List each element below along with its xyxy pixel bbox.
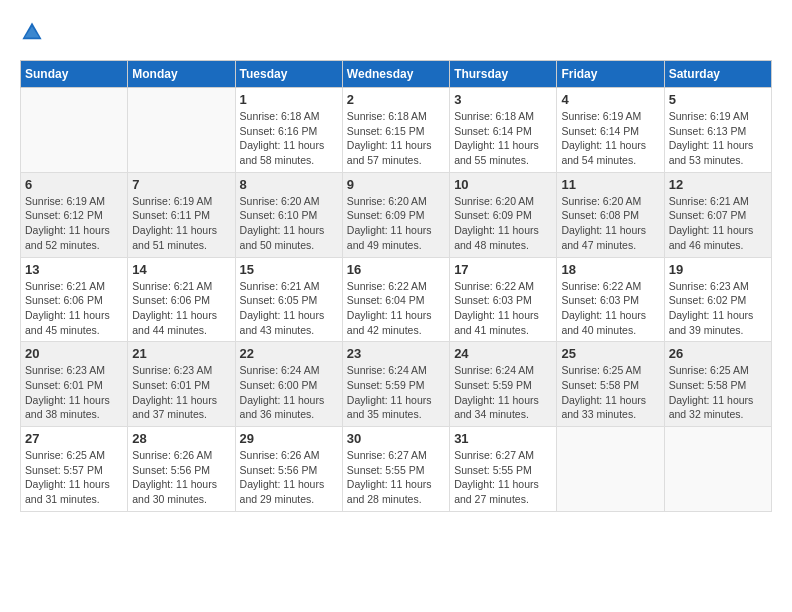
day-number: 28 (132, 431, 230, 446)
day-info: Sunrise: 6:26 AMSunset: 5:56 PMDaylight:… (240, 448, 338, 507)
day-number: 21 (132, 346, 230, 361)
day-info: Sunrise: 6:24 AMSunset: 5:59 PMDaylight:… (454, 363, 552, 422)
day-number: 25 (561, 346, 659, 361)
calendar-cell: 10Sunrise: 6:20 AMSunset: 6:09 PMDayligh… (450, 172, 557, 257)
calendar-cell: 8Sunrise: 6:20 AMSunset: 6:10 PMDaylight… (235, 172, 342, 257)
calendar-cell: 30Sunrise: 6:27 AMSunset: 5:55 PMDayligh… (342, 427, 449, 512)
calendar-cell: 11Sunrise: 6:20 AMSunset: 6:08 PMDayligh… (557, 172, 664, 257)
calendar-cell: 25Sunrise: 6:25 AMSunset: 5:58 PMDayligh… (557, 342, 664, 427)
calendar-week-row: 27Sunrise: 6:25 AMSunset: 5:57 PMDayligh… (21, 427, 772, 512)
day-number: 23 (347, 346, 445, 361)
day-info: Sunrise: 6:21 AMSunset: 6:06 PMDaylight:… (132, 279, 230, 338)
day-info: Sunrise: 6:22 AMSunset: 6:03 PMDaylight:… (454, 279, 552, 338)
day-info: Sunrise: 6:18 AMSunset: 6:16 PMDaylight:… (240, 109, 338, 168)
weekday-header-saturday: Saturday (664, 61, 771, 88)
day-number: 12 (669, 177, 767, 192)
calendar-cell: 6Sunrise: 6:19 AMSunset: 6:12 PMDaylight… (21, 172, 128, 257)
day-number: 13 (25, 262, 123, 277)
calendar-cell: 9Sunrise: 6:20 AMSunset: 6:09 PMDaylight… (342, 172, 449, 257)
day-number: 27 (25, 431, 123, 446)
day-number: 5 (669, 92, 767, 107)
day-number: 22 (240, 346, 338, 361)
calendar-cell (664, 427, 771, 512)
calendar-cell: 4Sunrise: 6:19 AMSunset: 6:14 PMDaylight… (557, 88, 664, 173)
day-info: Sunrise: 6:19 AMSunset: 6:14 PMDaylight:… (561, 109, 659, 168)
calendar-cell: 31Sunrise: 6:27 AMSunset: 5:55 PMDayligh… (450, 427, 557, 512)
day-info: Sunrise: 6:23 AMSunset: 6:01 PMDaylight:… (25, 363, 123, 422)
calendar-cell: 5Sunrise: 6:19 AMSunset: 6:13 PMDaylight… (664, 88, 771, 173)
day-info: Sunrise: 6:20 AMSunset: 6:10 PMDaylight:… (240, 194, 338, 253)
day-number: 4 (561, 92, 659, 107)
calendar-cell: 17Sunrise: 6:22 AMSunset: 6:03 PMDayligh… (450, 257, 557, 342)
day-info: Sunrise: 6:27 AMSunset: 5:55 PMDaylight:… (347, 448, 445, 507)
day-number: 30 (347, 431, 445, 446)
day-info: Sunrise: 6:21 AMSunset: 6:05 PMDaylight:… (240, 279, 338, 338)
calendar-week-row: 1Sunrise: 6:18 AMSunset: 6:16 PMDaylight… (21, 88, 772, 173)
day-number: 31 (454, 431, 552, 446)
day-number: 24 (454, 346, 552, 361)
day-number: 26 (669, 346, 767, 361)
calendar-week-row: 13Sunrise: 6:21 AMSunset: 6:06 PMDayligh… (21, 257, 772, 342)
day-info: Sunrise: 6:26 AMSunset: 5:56 PMDaylight:… (132, 448, 230, 507)
calendar-week-row: 6Sunrise: 6:19 AMSunset: 6:12 PMDaylight… (21, 172, 772, 257)
calendar-cell: 20Sunrise: 6:23 AMSunset: 6:01 PMDayligh… (21, 342, 128, 427)
day-info: Sunrise: 6:22 AMSunset: 6:03 PMDaylight:… (561, 279, 659, 338)
calendar-cell: 1Sunrise: 6:18 AMSunset: 6:16 PMDaylight… (235, 88, 342, 173)
day-number: 18 (561, 262, 659, 277)
day-info: Sunrise: 6:21 AMSunset: 6:06 PMDaylight:… (25, 279, 123, 338)
weekday-header-friday: Friday (557, 61, 664, 88)
day-number: 2 (347, 92, 445, 107)
weekday-header-tuesday: Tuesday (235, 61, 342, 88)
calendar-cell: 23Sunrise: 6:24 AMSunset: 5:59 PMDayligh… (342, 342, 449, 427)
day-info: Sunrise: 6:18 AMSunset: 6:15 PMDaylight:… (347, 109, 445, 168)
calendar-cell: 21Sunrise: 6:23 AMSunset: 6:01 PMDayligh… (128, 342, 235, 427)
calendar-cell: 27Sunrise: 6:25 AMSunset: 5:57 PMDayligh… (21, 427, 128, 512)
day-info: Sunrise: 6:25 AMSunset: 5:58 PMDaylight:… (561, 363, 659, 422)
page-header (20, 20, 772, 44)
calendar-cell: 12Sunrise: 6:21 AMSunset: 6:07 PMDayligh… (664, 172, 771, 257)
day-info: Sunrise: 6:20 AMSunset: 6:09 PMDaylight:… (454, 194, 552, 253)
day-number: 15 (240, 262, 338, 277)
calendar-cell (128, 88, 235, 173)
day-number: 11 (561, 177, 659, 192)
calendar-cell: 24Sunrise: 6:24 AMSunset: 5:59 PMDayligh… (450, 342, 557, 427)
day-info: Sunrise: 6:20 AMSunset: 6:08 PMDaylight:… (561, 194, 659, 253)
day-info: Sunrise: 6:18 AMSunset: 6:14 PMDaylight:… (454, 109, 552, 168)
calendar-table: SundayMondayTuesdayWednesdayThursdayFrid… (20, 60, 772, 512)
day-number: 29 (240, 431, 338, 446)
calendar-cell: 13Sunrise: 6:21 AMSunset: 6:06 PMDayligh… (21, 257, 128, 342)
logo-icon (20, 20, 44, 44)
calendar-cell (21, 88, 128, 173)
weekday-header-thursday: Thursday (450, 61, 557, 88)
day-number: 14 (132, 262, 230, 277)
day-info: Sunrise: 6:22 AMSunset: 6:04 PMDaylight:… (347, 279, 445, 338)
day-number: 16 (347, 262, 445, 277)
day-info: Sunrise: 6:24 AMSunset: 5:59 PMDaylight:… (347, 363, 445, 422)
day-number: 17 (454, 262, 552, 277)
day-number: 8 (240, 177, 338, 192)
calendar-cell: 3Sunrise: 6:18 AMSunset: 6:14 PMDaylight… (450, 88, 557, 173)
day-info: Sunrise: 6:20 AMSunset: 6:09 PMDaylight:… (347, 194, 445, 253)
logo (20, 20, 46, 44)
calendar-cell: 7Sunrise: 6:19 AMSunset: 6:11 PMDaylight… (128, 172, 235, 257)
calendar-week-row: 20Sunrise: 6:23 AMSunset: 6:01 PMDayligh… (21, 342, 772, 427)
day-info: Sunrise: 6:24 AMSunset: 6:00 PMDaylight:… (240, 363, 338, 422)
day-number: 1 (240, 92, 338, 107)
calendar-header-row: SundayMondayTuesdayWednesdayThursdayFrid… (21, 61, 772, 88)
calendar-cell: 29Sunrise: 6:26 AMSunset: 5:56 PMDayligh… (235, 427, 342, 512)
calendar-cell: 22Sunrise: 6:24 AMSunset: 6:00 PMDayligh… (235, 342, 342, 427)
weekday-header-sunday: Sunday (21, 61, 128, 88)
calendar-cell: 16Sunrise: 6:22 AMSunset: 6:04 PMDayligh… (342, 257, 449, 342)
day-info: Sunrise: 6:25 AMSunset: 5:58 PMDaylight:… (669, 363, 767, 422)
calendar-cell: 19Sunrise: 6:23 AMSunset: 6:02 PMDayligh… (664, 257, 771, 342)
day-info: Sunrise: 6:25 AMSunset: 5:57 PMDaylight:… (25, 448, 123, 507)
day-info: Sunrise: 6:27 AMSunset: 5:55 PMDaylight:… (454, 448, 552, 507)
weekday-header-wednesday: Wednesday (342, 61, 449, 88)
day-info: Sunrise: 6:19 AMSunset: 6:11 PMDaylight:… (132, 194, 230, 253)
day-number: 19 (669, 262, 767, 277)
day-info: Sunrise: 6:23 AMSunset: 6:01 PMDaylight:… (132, 363, 230, 422)
day-info: Sunrise: 6:23 AMSunset: 6:02 PMDaylight:… (669, 279, 767, 338)
weekday-header-monday: Monday (128, 61, 235, 88)
calendar-cell: 28Sunrise: 6:26 AMSunset: 5:56 PMDayligh… (128, 427, 235, 512)
day-info: Sunrise: 6:19 AMSunset: 6:13 PMDaylight:… (669, 109, 767, 168)
